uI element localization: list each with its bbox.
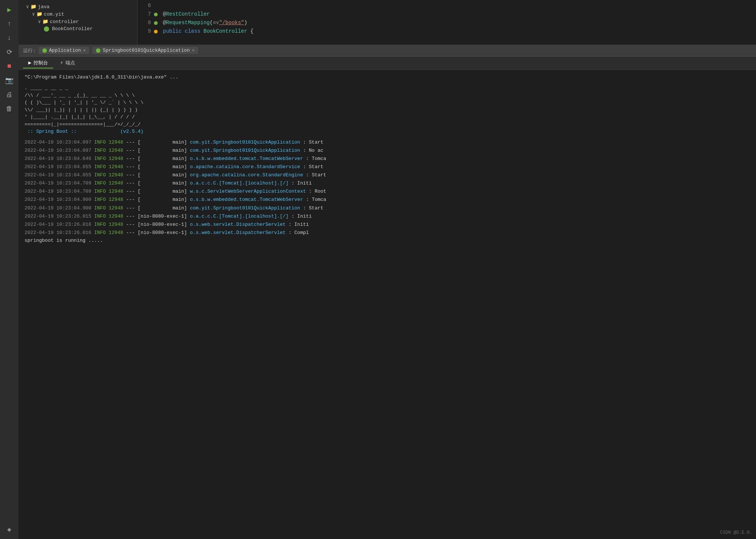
log-sep: --- xyxy=(126,213,138,220)
tree-controller-folder[interactable]: ∨ 📁 controller xyxy=(19,18,137,25)
watermark: CSDN @G.E.N. xyxy=(720,530,752,535)
log-ts: 2022-04-19 10:23:26.016 xyxy=(25,221,94,228)
log-msg: : Initi xyxy=(292,213,312,220)
log-ts: 2022-04-19 10:23:04.709 xyxy=(25,180,94,187)
banner-line-5: ' |____| .__|_| |_|_| |_\__, | / / / / xyxy=(25,113,750,121)
application-tab-close[interactable]: × xyxy=(83,48,86,53)
log-thread: [ main] xyxy=(138,180,190,187)
log-class: o.a.c.c.C.[Tomcat].[localhost].[/] xyxy=(190,213,292,220)
running-text: springboot is running ..... xyxy=(19,237,756,244)
console-tab-endpoints[interactable]: ⚡ 端点 xyxy=(55,58,80,68)
springboot-tab-close[interactable]: × xyxy=(192,48,194,53)
tree-book-controller-file[interactable]: BookController xyxy=(19,25,137,32)
log-line-9: 2022-04-19 10:23:26.015 INFO 12948 --- [… xyxy=(19,212,756,221)
springboot-tab-label: Springboot0101QuickApplication xyxy=(103,48,190,53)
log-sep: --- xyxy=(126,188,138,195)
run-label: 运行: xyxy=(23,47,36,54)
log-level: INFO 12948 xyxy=(94,213,126,220)
log-sep: --- xyxy=(126,163,138,171)
debug-dot-7 xyxy=(154,13,158,16)
console-tab-console[interactable]: ▶ 控制台 xyxy=(23,58,53,68)
log-thread: [ main] xyxy=(138,155,190,163)
log-msg: : No ac xyxy=(303,147,324,154)
spring-version-line: :: Spring Boot :: (v2.5.4) xyxy=(25,128,750,135)
log-level: INFO 12948 xyxy=(94,155,126,163)
log-class: o.apache.catalina.core.StandardService xyxy=(190,163,303,171)
java-arrow-icon: ∨ xyxy=(26,4,29,10)
sidebar-print-icon[interactable]: 🖨 xyxy=(3,88,16,101)
tree-com-yit-folder[interactable]: ∨ 📁 com.yit xyxy=(19,10,137,18)
sidebar-stop-icon[interactable]: ■ xyxy=(3,60,16,73)
line-content-7: @RestController xyxy=(163,10,210,18)
sidebar-camera-icon[interactable]: 📷 xyxy=(3,74,16,87)
log-class: o.a.c.c.C.[Tomcat].[localhost].[/] xyxy=(190,180,292,187)
log-msg: : Initi xyxy=(292,180,312,187)
log-ts: 2022-04-19 10:23:04.646 xyxy=(25,155,94,163)
tree-java-folder[interactable]: ∨ 📁 java xyxy=(19,3,137,10)
log-level: INFO 12948 xyxy=(94,196,126,203)
line-num-6: 6 xyxy=(142,2,151,10)
console-area[interactable]: "C:\Program Files\Java\jdk1.8.0_311\bin\… xyxy=(19,70,756,539)
log-sep: --- xyxy=(126,196,138,203)
log-ts: 2022-04-19 10:23:26.015 xyxy=(25,213,94,220)
log-ts: 2022-04-19 10:23:04.097 xyxy=(25,147,94,154)
book-controller-spring-icon xyxy=(44,26,49,32)
springboot-run-tab[interactable]: Springboot0101QuickApplication × xyxy=(92,47,198,54)
log-level: INFO 12948 xyxy=(94,147,126,154)
debug-dot-8 xyxy=(154,21,158,25)
sidebar-rerun-icon[interactable]: ⟳ xyxy=(3,45,16,59)
log-thread: [ main] xyxy=(138,147,190,154)
log-line-2: 2022-04-19 10:23:04.646 INFO 12948 --- [… xyxy=(19,155,756,163)
run-bar: 运行: Application × Springboot0101QuickApp… xyxy=(19,45,756,57)
application-run-tab[interactable]: Application × xyxy=(39,47,89,54)
log-line-1: 2022-04-19 10:23:04.097 INFO 12948 --- [… xyxy=(19,147,756,155)
log-ts: 2022-04-19 10:23:04.709 xyxy=(25,188,94,195)
sidebar-up-icon[interactable]: ↑ xyxy=(3,17,16,31)
log-msg: : Root xyxy=(309,188,329,195)
log-line-4: 2022-04-19 10:23:04.655 INFO 12948 --- [… xyxy=(19,171,756,179)
line-content-9: public class BookController { xyxy=(163,28,254,35)
console-tab-label: 控制台 xyxy=(33,60,48,66)
log-msg: : Compl xyxy=(289,229,309,237)
debug-dot-9 xyxy=(154,30,158,33)
editor-lines: 6 7 @RestController 8 @RequestMapping(⊙∨… xyxy=(138,0,756,37)
cmd-line: "C:\Program Files\Java\jdk1.8.0_311\bin\… xyxy=(19,73,756,81)
sidebar-delete-icon[interactable]: 🗑 xyxy=(3,102,16,115)
log-class: org.apache.catalina.core.StandardEngine xyxy=(190,171,306,179)
log-line-11: 2022-04-19 10:23:26.016 INFO 12948 --- [… xyxy=(19,229,756,237)
console-tab-icon: ▶ xyxy=(28,60,31,66)
log-ts: 2022-04-19 10:23:04.655 xyxy=(25,171,94,179)
sidebar-down-icon[interactable]: ↓ xyxy=(3,31,16,45)
log-sep: --- xyxy=(126,155,138,163)
sidebar-pin-icon[interactable]: ◈ xyxy=(3,523,16,536)
endpoints-tab-label: 端点 xyxy=(65,60,75,66)
log-level: INFO 12948 xyxy=(94,188,126,195)
spring-boot-text: :: Spring Boot :: (v2.5.4) xyxy=(25,129,144,134)
com-yit-folder-label: com.yit xyxy=(44,12,64,17)
log-level: INFO 12948 xyxy=(94,163,126,171)
log-container: 2022-04-19 10:23:04.097 INFO 12948 --- [… xyxy=(19,138,756,237)
log-thread: [ main] xyxy=(138,205,190,212)
log-ts: 2022-04-19 10:23:04.097 xyxy=(25,139,94,146)
banner-line-4: \\/ ___)| |_)| | | | | || (_| | ) ) ) ) xyxy=(25,106,750,114)
log-class: o.s.b.w.embedded.tomcat.TomcatWebServer xyxy=(190,155,306,163)
log-sep: --- xyxy=(126,171,138,179)
log-line-3: 2022-04-19 10:23:04.655 INFO 12948 --- [… xyxy=(19,163,756,171)
log-thread: [ main] xyxy=(138,139,190,146)
log-thread: [ main] xyxy=(138,171,190,179)
editor-line-8: 8 @RequestMapping(⊙∨"/books") xyxy=(138,19,756,27)
log-sep: --- xyxy=(126,147,138,154)
log-ts: 2022-04-19 10:23:04.900 xyxy=(25,205,94,212)
log-level: INFO 12948 xyxy=(94,221,126,228)
log-line-0: 2022-04-19 10:23:04.097 INFO 12948 --- [… xyxy=(19,138,756,147)
banner-line-6: =========|_|===============|___/=/_/_/_/ xyxy=(25,121,750,128)
java-folder-label: java xyxy=(38,4,49,10)
log-class: w.s.c.ServletWebServerApplicationContext xyxy=(190,188,309,195)
log-sep: --- xyxy=(126,229,138,237)
log-msg: : Start xyxy=(303,163,324,171)
line-num-7: 7 xyxy=(142,10,151,18)
log-msg: : Initi xyxy=(289,221,309,228)
sidebar-run-icon[interactable]: ▶ xyxy=(3,3,16,16)
main-container: ▶ ↑ ↓ ⟳ ■ 📷 🖨 🗑 ◈ ∨ 📁 java ∨ 📁 com.yit ∨ xyxy=(0,0,756,539)
log-sep: --- xyxy=(126,139,138,146)
